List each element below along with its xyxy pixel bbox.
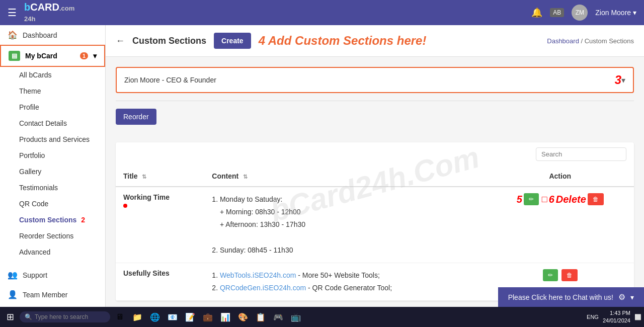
row1-action: 5 ✏ □ 6 Delete 🗑 — [486, 187, 634, 263]
layout: 🏠 Dashboard ▤ My bCard 1 ▾ All bCards Th… — [0, 25, 644, 327]
taskbar: ⊞ 🔍 Type here to search 🖥 📁 🌐 📧 📝 💼 📊 🎨 … — [0, 307, 644, 327]
sidebar-item-gallery[interactable]: Gallery — [0, 164, 105, 180]
delete-button-2[interactable]: 🗑 — [561, 269, 578, 281]
avatar: ZM — [572, 5, 588, 21]
table-row: Working Time 1. Monday to Satuday: + Mor… — [116, 187, 634, 263]
back-button[interactable]: ← — [116, 36, 125, 46]
dashboard-icon: 🏠 — [8, 30, 18, 40]
taskbar-app-edge[interactable]: 🌐 — [147, 309, 163, 325]
annotation-delete: Delete — [556, 194, 586, 205]
breadcrumb-home[interactable]: Dashboard — [547, 37, 579, 45]
breadcrumb-separator: / — [581, 37, 585, 45]
sidebar-item-advanced[interactable]: Advanced — [0, 244, 105, 260]
custom-sections-table: Title ⇅ Content ⇅ Action — [116, 166, 634, 301]
chat-text: Please Click here to Chat with us! — [508, 293, 613, 301]
testimonials-label: Testimonials — [19, 184, 58, 192]
table-search-bar — [116, 142, 634, 166]
sidebar-item-reorder[interactable]: Reorder Sections — [0, 228, 105, 244]
taskbar-time: 1:43 PM 24/01/2024 — [603, 309, 630, 325]
edit-button[interactable]: ✏ — [524, 193, 539, 205]
taskbar-app-2[interactable]: 📁 — [129, 309, 145, 325]
qrcodegen-link[interactable]: QRCodeGen.iSEO24h.com — [220, 284, 306, 292]
sidebar-item-support[interactable]: 👥 Support — [0, 265, 105, 285]
annotation-6: 6 — [549, 194, 554, 205]
sidebar-item-team[interactable]: 👤 Team Member — [0, 285, 105, 304]
chat-gear-icon: ⚙ — [618, 292, 625, 302]
user-name[interactable]: Zion Moore ▾ — [595, 9, 636, 17]
col-action: Action — [486, 166, 634, 187]
taskbar-lang: ENG — [587, 314, 599, 320]
sidebar-item-qrcode[interactable]: QR Code — [0, 196, 105, 212]
taskbar-app-6[interactable]: 📊 — [217, 309, 233, 325]
annotation-3: 3 — [615, 73, 621, 87]
dashboard-label: Dashboard — [23, 31, 57, 39]
sidebar-item-profile[interactable]: Profile — [0, 99, 105, 115]
content-area: bCard24h.Com Zion Moore - CEO & Founder … — [106, 57, 644, 311]
gallery-label: Gallery — [19, 168, 41, 176]
dropdown-arrow-icon: ▾ — [621, 75, 625, 85]
team-icon: 👤 — [8, 290, 18, 299]
row1-title: Working Time — [116, 187, 204, 263]
sidebar-item-dashboard[interactable]: 🏠 Dashboard — [0, 25, 105, 45]
sidebar-item-allbcards[interactable]: All bCards — [0, 67, 105, 83]
taskbar-app-8[interactable]: 📋 — [253, 309, 269, 325]
taskbar-search-text: Type here to search — [35, 313, 88, 320]
main-content: ← Custom Sections Create 4 Add Custom Se… — [106, 25, 644, 327]
lang-badge: AB — [550, 8, 564, 17]
create-button[interactable]: Create — [214, 33, 251, 49]
navbar-right: 🔔 AB ZM Zion Moore ▾ — [531, 5, 636, 21]
sidebar-item-mybcard[interactable]: ▤ My bCard 1 ▾ — [0, 45, 105, 67]
col-title: Title ⇅ — [116, 166, 204, 187]
taskbar-app-4[interactable]: 📝 — [182, 309, 198, 325]
col-content: Content ⇅ — [204, 166, 486, 187]
page-title: Custom Sections — [132, 36, 206, 46]
sidebar-item-products[interactable]: Products and Services — [0, 131, 105, 147]
custom-sections-label: Custom Sections — [19, 216, 76, 224]
taskbar-right: ENG 1:43 PM 24/01/2024 ⬜ — [587, 309, 641, 325]
taskbar-app-5[interactable]: 💼 — [200, 309, 216, 325]
theme-label: Theme — [19, 87, 41, 95]
custom-sections-num: 2 — [81, 216, 85, 224]
taskbar-app-3[interactable]: 📧 — [165, 309, 181, 325]
taskbar-app-10[interactable]: 📺 — [288, 309, 304, 325]
annotation-5: 5 — [517, 194, 522, 205]
reorder-label: Reorder Sections — [19, 232, 73, 240]
reorder-button[interactable]: Reorder — [116, 109, 156, 125]
breadcrumb-current: Custom Sections — [585, 37, 634, 45]
support-label: Support — [23, 271, 47, 279]
taskbar-notification-icon[interactable]: ⬜ — [634, 314, 641, 320]
edit-button-2[interactable]: ✏ — [543, 269, 558, 281]
webtools-link[interactable]: WebTools.iSEO24h.com — [220, 271, 296, 279]
row1-content: 1. Monday to Satuday: + Morning: 08h30 -… — [204, 187, 486, 263]
portfolio-label: Portfolio — [19, 151, 45, 159]
sidebar-item-custom-sections[interactable]: Custom Sections 2 — [0, 212, 105, 228]
taskbar-start-icon[interactable]: ⊞ — [3, 309, 18, 325]
hamburger-icon[interactable]: ☰ — [8, 7, 17, 19]
taskbar-app-1[interactable]: 🖥 — [112, 309, 128, 325]
red-dot-icon — [123, 204, 127, 208]
data-table: Title ⇅ Content ⇅ Action — [116, 142, 634, 301]
card-selector[interactable]: Zion Moore - CEO & Founder 3 ▾ — [116, 67, 634, 93]
delete-button[interactable]: 🗑 — [588, 193, 604, 205]
profile-label: Profile — [19, 103, 39, 111]
page-header: ← Custom Sections Create 4 Add Custom Se… — [106, 25, 644, 57]
row2-title: Usefully Sites — [116, 263, 204, 300]
header-annotation: 4 Add Custom Sections here! — [259, 34, 427, 48]
chat-bar[interactable]: Please Click here to Chat with us! ⚙ ▾ — [498, 287, 644, 307]
taskbar-app-7[interactable]: 🎨 — [235, 309, 251, 325]
mybcard-badge: 1 — [80, 52, 88, 59]
annotation-6-box: □ — [542, 194, 547, 205]
search-input[interactable] — [536, 147, 626, 161]
navbar-left: ☰ bCARD.com24h — [8, 2, 74, 24]
sidebar-item-contact[interactable]: Contact Details — [0, 115, 105, 131]
sidebar-item-testimonials[interactable]: Testimonials — [0, 180, 105, 196]
mybcard-arrow: ▾ — [93, 52, 97, 60]
taskbar-app-9[interactable]: 🎮 — [270, 309, 286, 325]
products-label: Products and Services — [19, 135, 90, 143]
qrcode-label: QR Code — [19, 200, 48, 208]
bell-icon[interactable]: 🔔 — [531, 7, 542, 18]
sidebar-item-portfolio[interactable]: Portfolio — [0, 147, 105, 164]
sidebar-item-theme[interactable]: Theme — [0, 83, 105, 99]
chat-dropdown-arrow: ▾ — [630, 293, 634, 301]
title-sort-icon: ⇅ — [142, 174, 146, 180]
